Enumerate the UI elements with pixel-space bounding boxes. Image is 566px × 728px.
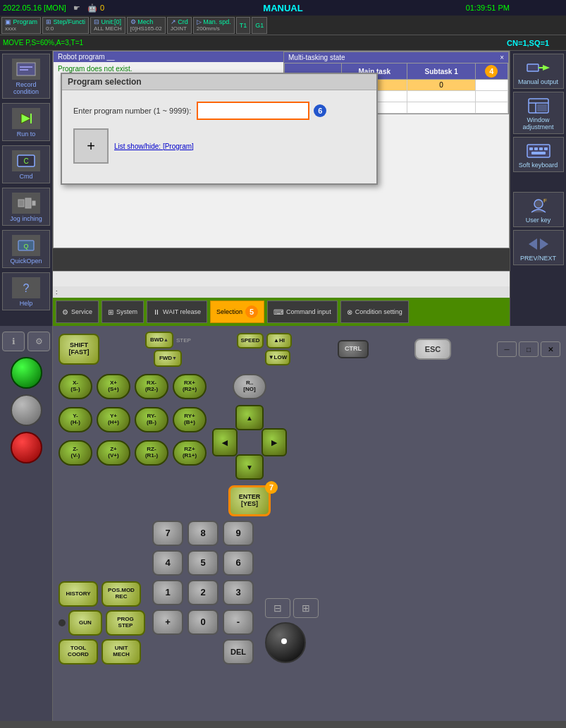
jog-inching-btn[interactable]: Jog inching [2,188,50,226]
arrow-left-btn[interactable]: ◀ [212,428,238,456]
num9-btn[interactable]: 9 [223,521,254,546]
num1-btn[interactable]: 1 [152,580,183,605]
y-minus-btn[interactable]: Y- (H-) [59,407,92,432]
y-plus-btn[interactable]: Y+ (H+) [97,407,130,432]
record-condition-label: Record condition [13,81,39,95]
jog-inching-label: Jog inching [10,215,42,222]
manual-output-icon [524,57,553,78]
service-icon: ⚙ [62,308,68,316]
cmd-btn[interactable]: C Cmd [2,145,50,183]
wait-icon: ⏸ [153,308,160,316]
svg-rect-22 [534,147,538,150]
close-btn[interactable]: ✕ [541,341,560,357]
num5-btn[interactable]: 5 [187,550,219,576]
soft-keyboard-btn[interactable]: Soft keyboard [513,137,564,172]
ctrl-btn[interactable]: CTRL [338,340,369,358]
crd-toolbar-item[interactable]: ↗ Crd JOINT [167,17,192,34]
minus-numpad-btn[interactable]: - [223,609,254,635]
enter-yes-btn[interactable]: ENTER [YES] [228,485,271,516]
manual-output-btn[interactable]: Manual output [513,54,564,89]
g1-item[interactable]: G1 [252,17,267,34]
trackball-ball[interactable] [265,622,306,663]
history-btn[interactable]: HISTORY [59,581,98,607]
arrow-up-btn[interactable]: ▲ [235,405,264,430]
num8-btn[interactable]: 8 [187,521,219,546]
run-to-btn[interactable]: Run to [2,103,50,141]
num4-btn[interactable]: 4 [152,550,183,576]
stepfunc-toolbar-item[interactable]: ⊞ Step/Functi 0:0 [42,17,89,34]
rz-plus-btn[interactable]: RZ+ (R1+) [173,440,207,466]
prev-next-btn[interactable]: PREV/NEXT [513,230,564,265]
rz-minus-btn[interactable]: RZ- (R1-) [135,440,168,466]
list-show-hide-link[interactable]: List show/hide: [Program] [114,142,194,150]
trackball[interactable] [265,622,307,665]
z-minus-btn[interactable]: Z- (V-) [59,440,92,466]
maximize-btn[interactable]: □ [519,341,539,357]
prog-step-btn[interactable]: PROG STEP [106,610,145,636]
tool-coord-btn[interactable]: TOOL COORD [59,639,98,665]
program-number-input[interactable] [197,102,309,120]
selection-btn[interactable]: Selection 5 [210,301,264,323]
small-btn-2[interactable]: ⊞ [293,598,319,618]
ctrl-label: CTRL [345,346,362,353]
hi-btn[interactable]: ▲HI [266,333,292,348]
num3-btn[interactable]: 3 [223,580,254,605]
shift-fast-btn[interactable]: SHIFT [FAST] [59,334,99,365]
del-btn[interactable]: DEL [223,639,254,665]
fwd-btn[interactable]: FWD ▼ [154,350,182,367]
pos-mod-rec-btn[interactable]: POS.MOD REC [101,581,141,607]
gun-btn[interactable]: GUN [68,610,102,636]
z-plus-btn[interactable]: Z+ (V+) [97,440,130,466]
multitask-close-btn[interactable]: × [500,54,504,61]
green-indicator[interactable] [11,357,42,389]
user-key-btn[interactable]: F User key [513,192,564,227]
unit-mech-btn[interactable]: UNIT MECH [101,639,141,665]
bwd-btn[interactable]: BWD ▲ [145,332,173,348]
wait-release-btn[interactable]: ⏸ WAIT release [147,301,207,323]
input-field-1[interactable] [53,275,566,283]
gray-indicator[interactable] [11,394,42,426]
x-minus-btn[interactable]: X- (S-) [59,374,92,399]
num7-btn[interactable]: 7 [152,521,183,546]
small-btn-1[interactable]: ⊟ [265,598,290,618]
num2-btn[interactable]: 2 [187,580,219,605]
input-field-2[interactable] [61,289,566,296]
x-plus-btn[interactable]: X+ (S+) [97,374,130,399]
dialog-plus-btn[interactable]: + [73,128,109,164]
condition-setting-label: Condition setting [355,308,402,315]
esc-btn[interactable]: ESC [414,339,451,360]
condition-setting-btn[interactable]: ⊗ Condition setting [340,301,409,323]
settings-small-btn[interactable]: ⚙ [27,332,50,351]
system-btn[interactable]: ⊞ System [101,301,144,323]
arrow-down-btn[interactable]: ▼ [235,454,264,480]
unit-toolbar-item[interactable]: ⊟ Unit:[0] ALL MECH [90,17,125,34]
num6-btn[interactable]: 6 [223,550,254,576]
rx-minus-btn[interactable]: RX- (R2-) [135,374,168,399]
mech-toolbar-item[interactable]: ⚙ Mech [0]HS165-02 [127,17,166,34]
command-input-btn[interactable]: ⌨ Command input [267,301,338,323]
plus-numpad-btn[interactable]: + [152,609,183,635]
num0-btn[interactable]: 0 [187,609,219,635]
arrow-right-btn[interactable]: ▶ [262,428,287,456]
window-adjustment-btn[interactable]: Window adjustment [513,92,564,134]
ry-plus-btn[interactable]: RY+ (B+) [173,407,207,432]
ry-minus-btn[interactable]: RY- (B-) [135,407,168,432]
info-btn[interactable]: ℹ [2,332,25,351]
r-no-btn[interactable]: R.. [NO] [233,374,266,399]
low-btn[interactable]: ▼LOW [265,350,290,365]
help-btn[interactable]: ? Help [2,272,50,310]
badge-5: 5 [245,305,258,318]
rx-plus-btn[interactable]: RX+ (R2+) [173,374,207,399]
service-btn[interactable]: ⚙ Service [56,301,99,323]
soft-keyboard-icon [524,140,553,162]
minimize-btn[interactable]: ─ [497,341,517,357]
t1-item[interactable]: T1 [236,17,251,34]
record-condition-btn[interactable]: Record condition [2,54,50,99]
program-toolbar-item[interactable]: ▣ Program xxxx [1,17,41,34]
manspd-toolbar-item[interactable]: ▷ Man. spd. 200mm/s [193,17,235,34]
red-indicator[interactable] [11,432,42,463]
bottom-keys-group: HISTORY POS.MOD REC GUN PROG STEP [59,521,560,665]
quickopen-btn[interactable]: Q QuickOpen [2,230,50,268]
bottom-toolbar: ⚙ Service ⊞ System ⏸ WAIT release Select… [53,298,510,326]
keypad-top-icons: ℹ ⚙ [2,332,50,351]
